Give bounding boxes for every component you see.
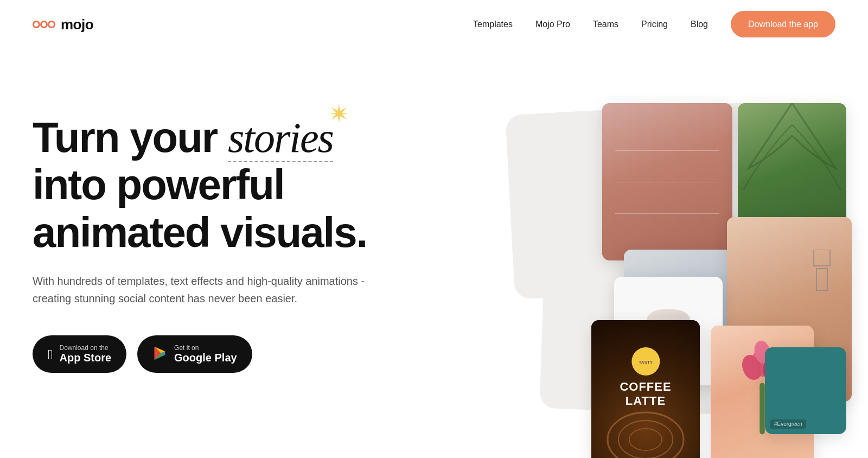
confetti-decoration (329, 103, 349, 124)
app-store-big-text: App Store (60, 352, 112, 364)
nav-item-teams[interactable]: Teams (593, 20, 618, 29)
google-play-icon (152, 346, 168, 363)
svg-point-4 (629, 429, 662, 450)
app-store-small-text: Download on the (60, 344, 112, 352)
nav-item-mojo-pro[interactable]: Mojo Pro (535, 20, 570, 29)
photo-card-coffee: TASTY COFFEE LATTE (591, 320, 700, 458)
photo-card-color: #Evergreen (765, 347, 846, 434)
navigation: mojo Templates Mojo Pro Teams Pricing Bl… (0, 0, 868, 49)
coffee-title: COFFEE LATTE (620, 380, 671, 409)
photo-card-lips (602, 103, 732, 260)
nav-item-templates[interactable]: Templates (473, 20, 513, 29)
google-play-small-text: Get it on (174, 344, 237, 352)
svg-rect-10 (760, 383, 765, 435)
hero-title-stories: stories (228, 114, 333, 161)
nav-links: Templates Mojo Pro Teams Pricing Blog Do… (473, 20, 835, 29)
nav-item-pricing[interactable]: Pricing (641, 20, 668, 29)
nav-item-blog[interactable]: Blog (691, 20, 708, 29)
hero-title-part2: into powerfulanimated visuals. (33, 161, 367, 256)
hero-title-part1: Turn your (33, 113, 228, 161)
logo[interactable]: mojo (33, 16, 93, 33)
photo-card-palm (738, 103, 846, 233)
hero-content: Turn your stories into powerfulanimated … (33, 71, 474, 373)
collage-background: $49 TASTY (477, 76, 857, 434)
download-cta-button[interactable]: Download the app (731, 11, 835, 37)
svg-rect-1 (816, 269, 827, 290)
svg-point-3 (618, 421, 673, 458)
color-label: #Evergreen (770, 419, 806, 429)
google-play-button[interactable]: Get it on Google Play (137, 335, 252, 373)
svg-rect-0 (814, 250, 830, 266)
app-store-button[interactable]:  Download on the App Store (33, 335, 126, 373)
hero-subtitle: With hundreds of templates, text effects… (33, 272, 380, 307)
coffee-badge: TASTY (631, 347, 660, 376)
hero-cta-buttons:  Download on the App Store Get it on (33, 335, 474, 373)
logo-icon (33, 21, 55, 28)
coffee-label: TASTY COFFEE LATTE (620, 347, 671, 409)
hero-collage: $49 TASTY (474, 71, 835, 450)
hero-section: Turn your stories into powerfulanimated … (0, 49, 868, 458)
google-play-big-text: Google Play (174, 352, 237, 364)
svg-text:TASTY: TASTY (639, 360, 653, 365)
apple-icon:  (48, 347, 53, 361)
hero-title: Turn your stories into powerfulanimated … (33, 114, 474, 256)
logo-text: mojo (61, 16, 93, 33)
